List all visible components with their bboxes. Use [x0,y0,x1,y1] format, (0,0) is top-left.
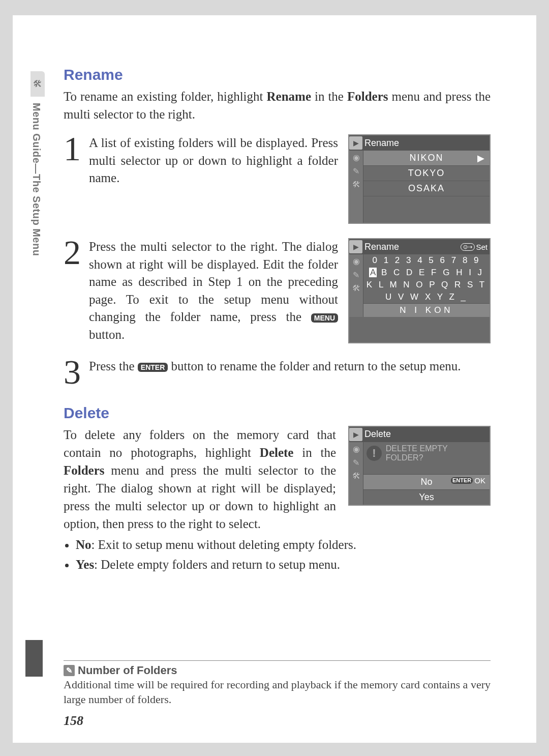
step-2-text: Press the multi selector to the right. T… [89,238,338,343]
delete-paragraph: To delete any folders on the memory card… [64,426,336,533]
bullet-yes: Yes: Delete empty folders and return to … [76,556,491,573]
wrench-icon: 🛠 [352,180,360,189]
exclamation-icon: ! [367,446,382,461]
step-number: 1 [64,134,86,224]
menu-button-icon: MENU [311,313,338,323]
step-3: 3 Press the ENTER button to rename the f… [64,358,491,387]
bullet-no: No: Exit to setup menu without deleting … [76,536,491,554]
pencil-icon: ✎ [353,270,359,280]
step-1: 1 A list of existing folders will be dis… [64,134,491,224]
rename-heading: Rename [64,66,491,83]
name-entry: N I KON [363,303,490,317]
step-number: 2 [64,238,86,343]
screen-side-icons: ◉ ✎ 🛠 [349,442,363,505]
note-body: Additional time will be required for rec… [64,677,491,707]
step-3-text: Press the ENTER button to rename the fol… [89,358,491,387]
enter-button-icon: ENTER [451,477,473,484]
screen-side-icons: ◉ ✎ 🛠 [349,254,363,317]
play-icon: ▶ [349,240,362,253]
manual-page: 🛠 Menu Guide—The Setup Menu Rename To re… [13,15,536,743]
option-yes: Yes [363,489,490,505]
pencil-icon: ✎ [64,665,75,676]
wrench-icon: 🛠 [352,472,360,481]
arrow-right-icon: ▶ [477,153,485,164]
wrench-icon: 🛠 [30,71,45,97]
camera-icon: ◉ [353,444,360,454]
rename-edit-screen: ▶ Rename ⊙⇢ Set ◉ ✎ 🛠 0 1 2 3 4 5 6 7 8 … [348,238,491,343]
screen-title: Rename [364,138,399,149]
folder-item: NIKON ▶ [363,151,490,166]
folder-item: TOKYO [363,166,490,181]
note-block: ✎ Number of Folders Additional time will… [64,660,491,707]
camera-icon: ◉ [353,153,360,162]
char-row: K L M N O P Q R S T [363,279,490,291]
step-2: 2 Press the multi selector to the right.… [64,238,491,343]
dial-icon: ⊙⇢ [461,243,475,251]
step-number: 3 [64,358,86,387]
rename-list-screen: ▶ Rename ◉ ✎ 🛠 NIKON ▶ TOKYO [348,134,491,224]
screen-side-icons: ◉ ✎ 🛠 [349,151,363,223]
delete-prompt-row: ! DELETE EMPTY FOLDER? [363,442,490,465]
screen-title: Delete [364,429,391,440]
wrench-icon: 🛠 [352,284,360,293]
camera-icon: ◉ [353,256,360,266]
note-heading: ✎ Number of Folders [64,664,491,677]
pencil-icon: ✎ [353,166,359,176]
rename-intro: To rename an existing folder, highlight … [64,88,491,123]
section-tab-label: Menu Guide—The Setup Menu [30,97,42,256]
delete-bullets: No: Exit to setup menu without deleting … [64,536,491,573]
set-indicator: ⊙⇢ Set [461,243,487,251]
ok-indicator: ENTER OK [451,476,485,485]
screen-title: Rename [364,242,399,252]
char-row: U V W X Y Z _ [363,291,490,303]
play-icon: ▶ [349,136,362,150]
delete-block: To delete any folders on the memory card… [64,426,491,533]
delete-prompt: DELETE EMPTY FOLDER? [386,444,486,463]
section-tab: 🛠 Menu Guide—The Setup Menu [30,71,45,290]
char-row: 0 1 2 3 4 5 6 7 8 9 [363,254,490,267]
char-row: A B C D E F G H I J [363,267,490,279]
step-1-text: A list of existing folders will be displ… [89,134,338,224]
folder-item: OSAKA [363,181,490,196]
enter-button-icon: ENTER [138,363,168,372]
pencil-icon: ✎ [353,458,359,468]
play-icon: ▶ [349,428,362,441]
cursor-char: A [369,268,377,277]
delete-heading: Delete [64,404,491,422]
option-no: No ENTER OK [363,474,490,489]
page-number: 158 [64,713,83,729]
delete-confirm-screen: ▶ Delete ◉ ✎ 🛠 ! DELETE EMPTY FOLDER? [348,426,491,506]
